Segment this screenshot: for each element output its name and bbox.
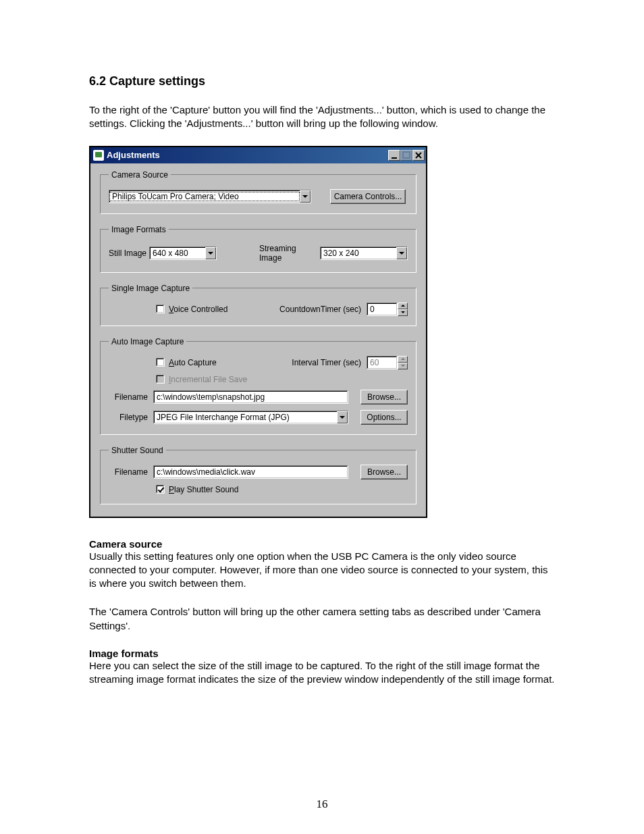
streaming-image-label: Streaming Image [259, 244, 320, 263]
filetype-value: JPEG File Interchange Format (JPG) [154, 413, 337, 422]
still-image-value: 640 x 480 [150, 249, 205, 258]
app-icon [93, 150, 104, 161]
camera-source-value: Philips ToUcam Pro Camera; Video [109, 192, 300, 201]
camera-source-subhead: Camera source [89, 538, 555, 550]
camera-controls-paragraph: The 'Camera Controls' button will bring … [89, 605, 555, 633]
legend-image-formats: Image Formats [109, 225, 169, 234]
filename-label: Filename [109, 392, 148, 402]
filetype-select[interactable]: JPEG File Interchange Format (JPG) [153, 411, 348, 424]
titlebar[interactable]: Adjustments [90, 147, 426, 163]
camera-source-paragraph: Usually this setting features only one o… [89, 550, 555, 591]
options-button[interactable]: Options... [360, 410, 408, 425]
group-single-capture: Single Image Capture Voice Controlled Co… [100, 284, 417, 326]
countdown-stepper[interactable]: 0 [367, 303, 408, 316]
incremental-save-label: Incremental File Save [169, 375, 247, 384]
filename-value: c:\windows\temp\snapshot.jpg [157, 392, 265, 402]
camera-controls-button[interactable]: Camera Controls... [330, 189, 406, 204]
legend-auto-capture: Auto Image Capture [109, 337, 186, 346]
adjustments-window: Adjustments Camera Source Philips [89, 146, 427, 518]
play-shutter-checkbox[interactable]: Play Shutter Sound [156, 485, 238, 494]
spin-down-icon[interactable] [398, 309, 408, 316]
intro-paragraph: To the right of the 'Capture' button you… [89, 103, 555, 131]
still-image-select[interactable]: 640 x 480 [149, 246, 217, 260]
camera-source-select[interactable]: Philips ToUcam Pro Camera; Video [109, 190, 311, 203]
group-camera-source: Camera Source Philips ToUcam Pro Camera;… [100, 170, 417, 214]
shutter-filename-value: c:\windows\media\click.wav [157, 467, 255, 477]
auto-capture-label: Auto Capture [169, 358, 217, 367]
interval-value: 60 [370, 358, 379, 367]
dropdown-icon[interactable] [396, 247, 407, 259]
incremental-save-checkbox: Incremental File Save [156, 375, 247, 384]
spin-down-icon [398, 363, 408, 369]
interval-stepper: 60 [367, 356, 408, 369]
auto-capture-checkbox[interactable]: Auto Capture [156, 358, 217, 367]
interval-label: Interval Timer (sec) [287, 358, 361, 367]
close-button[interactable] [412, 150, 425, 161]
image-formats-paragraph: Here you can select the size of the stil… [89, 659, 555, 687]
dropdown-icon[interactable] [337, 411, 348, 423]
spin-up-icon [398, 356, 408, 363]
spin-up-icon[interactable] [398, 303, 408, 309]
shutter-filename-input[interactable]: c:\windows\media\click.wav [153, 465, 348, 479]
play-shutter-label: Play Shutter Sound [169, 485, 238, 494]
dropdown-icon[interactable] [205, 247, 216, 259]
voice-controlled-checkbox[interactable]: Voice Controlled [156, 305, 227, 314]
countdown-value: 0 [370, 305, 375, 314]
minimize-button[interactable] [388, 150, 400, 161]
page-number: 16 [0, 798, 644, 811]
still-image-label: Still Image [109, 249, 149, 258]
legend-camera-source: Camera Source [109, 170, 171, 180]
svg-rect-1 [403, 152, 410, 158]
shutter-browse-button[interactable]: Browse... [360, 465, 408, 479]
browse-button[interactable]: Browse... [360, 390, 408, 405]
group-shutter-sound: Shutter Sound Filename c:\windows\media\… [100, 446, 417, 504]
group-image-formats: Image Formats Still Image 640 x 480 Stre… [100, 225, 417, 273]
window-title: Adjustments [107, 150, 160, 160]
filename-input[interactable]: c:\windows\temp\snapshot.jpg [153, 390, 348, 404]
maximize-button[interactable] [400, 150, 412, 161]
legend-shutter-sound: Shutter Sound [109, 446, 166, 455]
shutter-filename-label: Filename [109, 467, 148, 477]
countdown-label: CountdownTimer (sec) [273, 305, 361, 314]
legend-single-capture: Single Image Capture [109, 284, 192, 293]
group-auto-capture: Auto Image Capture Auto Capture Interval… [100, 337, 417, 435]
streaming-image-select[interactable]: 320 x 240 [320, 246, 408, 260]
dropdown-icon[interactable] [300, 190, 311, 203]
image-formats-subhead: Image formats [89, 648, 555, 659]
filetype-label: Filetype [109, 413, 148, 422]
voice-controlled-label: Voice Controlled [169, 305, 227, 314]
section-heading: 6.2 Capture settings [89, 74, 555, 88]
streaming-image-value: 320 x 240 [321, 249, 396, 258]
